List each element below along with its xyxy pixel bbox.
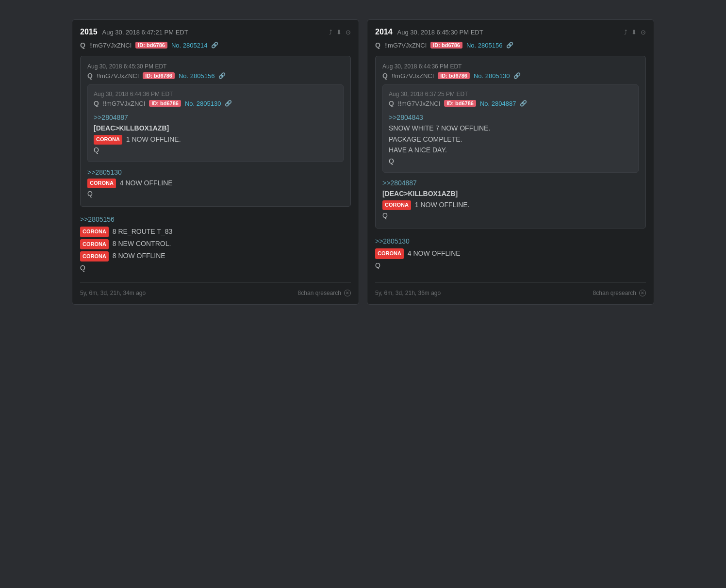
nested-corona-text-left: 4 NOW OFFLINE [120,179,173,187]
nested-post-link-left[interactable]: No. 2805156 [179,72,214,80]
footer-time-left: 5y, 6m, 3d, 21h, 34m ago [80,290,146,296]
corona-badge-inner-left: CORONA [94,135,122,145]
post-header-left: 2015 Aug 30, 2018 6:47:21 PM EDT ⤴ ⬇ ⊙ [80,28,351,36]
inner-body-right: >>2804843 SNOW WHITE 7 NOW OFFLINE. PACK… [389,112,632,166]
nested-card-left: Aug 30, 2018 6:45:30 PM EDT Q !!mG7VJxZN… [80,56,351,207]
nested-body-left: >>2805130 CORONA 4 NOW OFFLINE Q [87,167,344,199]
footer-close-right[interactable]: ✕ [639,290,646,296]
inner-bold-left: [DEAC>KILLBOX1AZB] [94,123,337,133]
post-content-left: >>2805156 CORONA 8 RE_ROUTE T_83 CORONA … [80,213,351,282]
nested-tripcode-right: !!mG7VJxZNCI [392,72,434,80]
post-card-left: 2015 Aug 30, 2018 6:47:21 PM EDT ⤴ ⬇ ⊙ Q… [72,19,359,305]
section-text-left-0-0: 8 RE_ROUTE T_83 [113,228,172,235]
nested-q-right: Q [382,72,388,80]
section-right-0: >>2805130 CORONA 4 NOW OFFLINE Q [375,235,646,272]
inner-subheader-right: Q !!mG7VJxZNCI ID: bd6786 No. 2804887 🔗 [389,99,632,107]
post-link-left[interactable]: No. 2805214 [171,42,207,49]
post-header-right: 2014 Aug 30, 2018 6:45:30 PM EDT ⤴ ⬇ ⊙ [375,28,646,36]
id-badge-right: ID: bd6786 [430,42,462,49]
inner-q-left: Q [94,99,99,107]
inner-tripcode-left: !!mG7VJxZNCI [103,100,145,107]
q-label-right: Q [375,41,380,49]
section-line-left-0-1: CORONA 8 NEW CONTROL. [80,238,351,250]
share-icon-right[interactable]: ⤴ [624,29,627,36]
post-header-icons-left: ⤴ ⬇ ⊙ [329,29,351,36]
inner-body-left: >>2804887 [DEAC>KILLBOX1AZB] CORONA 1 NO… [94,112,337,156]
nested-post-link-right[interactable]: No. 2805130 [474,72,510,80]
nested-q-left: Q [87,72,93,80]
footer-source-label-right: 8chan qresearch [593,290,636,296]
inner-link-icon-left: 🔗 [225,100,232,107]
corona-badge-nested-right: CORONA [382,200,411,210]
expand-icon-right[interactable]: ⊙ [641,29,646,36]
inner-reply-ref-left: >>2804887 [94,112,337,123]
post-card-right: 2014 Aug 30, 2018 6:45:30 PM EDT ⤴ ⬇ ⊙ Q… [367,19,654,305]
inner-tripcode-right: !!mG7VJxZNCI [398,100,440,107]
nested-body-right: >>2804887 [DEAC>KILLBOX1AZB] CORONA 1 NO… [382,178,639,221]
post-number-right: 2014 [375,28,393,36]
nested-date-right: Aug 30, 2018 6:44:36 PM EDT [382,63,462,70]
post-header-right-info: 2014 Aug 30, 2018 6:45:30 PM EDT [375,28,483,36]
inner-card-left: Aug 30, 2018 6:44:36 PM EDT Q !!mG7VJxZN… [87,84,344,162]
section-reply-ref-left-0: >>2805156 [80,213,351,226]
footer-source-right: 8chan qresearch ✕ [593,290,646,296]
nested-corona-line-right: CORONA 1 NOW OFFLINE. [382,199,639,210]
tripcode-right: !!mG7VJxZNCI [384,42,427,49]
inner-line-right-0: SNOW WHITE 7 NOW OFFLINE. [389,123,632,133]
inner-line-right-1: PACKAGE COMPLETE. [389,134,632,145]
post-number-left: 2015 [80,28,98,36]
nested-subheader-right: Q !!mG7VJxZNCI ID: bd6786 No. 2805130 🔗 [382,72,639,80]
inner-post-link-left[interactable]: No. 2805130 [185,100,221,107]
section-q-sig-left-0: Q [80,262,351,274]
nested-id-right: ID: bd6786 [438,72,470,79]
nested-header-right: Aug 30, 2018 6:44:36 PM EDT [382,63,639,70]
inner-card-right: Aug 30, 2018 6:37:25 PM EDT Q !!mG7VJxZN… [382,84,639,173]
inner-corona-text-left: 1 NOW OFFLINE. [126,135,181,143]
inner-q-right: Q [389,99,394,107]
nested-q-sig-right: Q [382,210,639,221]
nested-link-icon-left: 🔗 [218,72,226,79]
section-line-left-0-2: CORONA 8 NOW OFFLINE [80,250,351,262]
main-container: 2015 Aug 30, 2018 6:47:21 PM EDT ⤴ ⬇ ⊙ Q… [72,19,654,305]
post-footer-right: 5y, 6m, 3d, 21h, 36m ago 8chan qresearch… [375,282,646,296]
corona-badge-left-0-2: CORONA [80,251,109,262]
section-left-0: >>2805156 CORONA 8 RE_ROUTE T_83 CORONA … [80,213,351,275]
expand-icon-left[interactable]: ⊙ [346,29,351,36]
nested-reply-ref-right: >>2804887 [382,178,639,188]
q-label-left: Q [80,41,85,49]
share-icon-left[interactable]: ⤴ [329,29,332,36]
inner-post-link-right[interactable]: No. 2804887 [480,100,516,107]
section-q-sig-right-0: Q [375,260,646,272]
inner-date-right: Aug 30, 2018 6:37:25 PM EDT [389,91,468,98]
inner-subheader-left: Q !!mG7VJxZNCI ID: bd6786 No. 2805130 🔗 [94,99,337,107]
inner-header-right: Aug 30, 2018 6:37:25 PM EDT [389,91,632,98]
download-icon-left[interactable]: ⬇ [336,29,342,36]
inner-id-right: ID: bd6786 [444,100,476,107]
download-icon-right[interactable]: ⬇ [631,29,637,36]
id-badge-left: ID: bd6786 [135,42,167,49]
inner-q-sig-left: Q [94,145,337,155]
post-footer-left: 5y, 6m, 3d, 21h, 34m ago 8chan qresearch… [80,282,351,296]
footer-close-left[interactable]: ✕ [344,290,351,296]
inner-link-icon-right: 🔗 [520,100,527,107]
nested-card-right: Aug 30, 2018 6:44:36 PM EDT Q !!mG7VJxZN… [375,56,646,229]
corona-badge-left-0-0: CORONA [80,227,109,237]
post-header-icons-right: ⤴ ⬇ ⊙ [624,29,646,36]
post-subheader-left: Q !!mG7VJxZNCI ID: bd6786 No. 2805214 🔗 [80,41,351,49]
post-header-left-info: 2015 Aug 30, 2018 6:47:21 PM EDT [80,28,188,36]
nested-id-left: ID: bd6786 [143,72,175,79]
nested-q-sig-left: Q [87,188,344,199]
link-icon-right: 🔗 [506,42,513,49]
post-link-right[interactable]: No. 2805156 [466,42,502,49]
post-subheader-right: Q !!mG7VJxZNCI ID: bd6786 No. 2805156 🔗 [375,41,646,49]
corona-badge-left-0-1: CORONA [80,239,109,250]
inner-line-right-2: HAVE A NICE DAY. [389,145,632,155]
section-text-right-0-0: 4 NOW OFFLINE [408,249,461,257]
nested-tripcode-left: !!mG7VJxZNCI [97,72,139,80]
inner-header-left: Aug 30, 2018 6:44:36 PM EDT [94,91,337,98]
post-date-right: Aug 30, 2018 6:45:30 PM EDT [397,29,483,36]
inner-reply-ref-right: >>2804843 [389,112,632,123]
nested-subheader-left: Q !!mG7VJxZNCI ID: bd6786 No. 2805156 🔗 [87,72,344,80]
nested-header-left: Aug 30, 2018 6:45:30 PM EDT [87,63,344,70]
corona-badge-right-0-0: CORONA [375,248,404,259]
